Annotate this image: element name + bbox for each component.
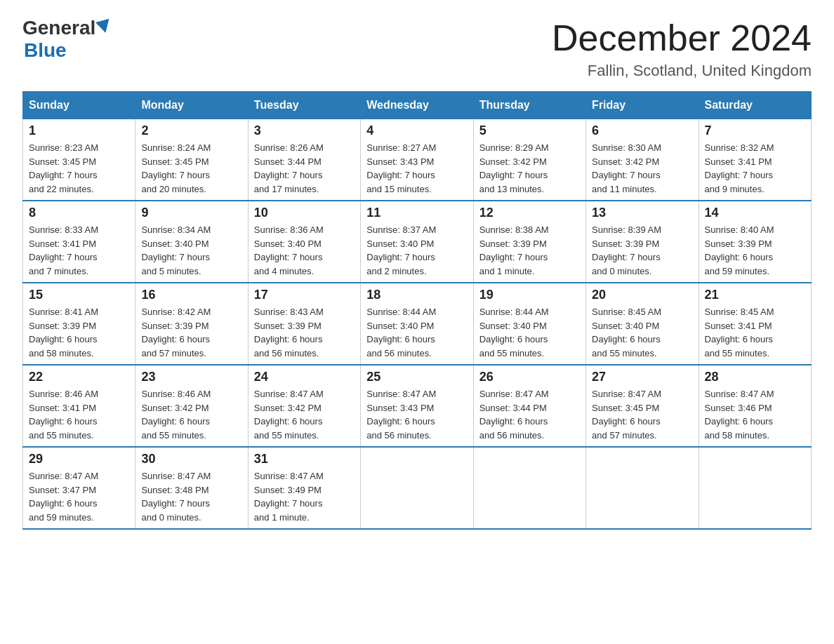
day-number: 6 [592, 123, 692, 138]
col-header-tuesday: Tuesday [248, 92, 360, 119]
col-header-friday: Friday [586, 92, 699, 119]
calendar-cell: 31Sunrise: 8:47 AMSunset: 3:49 PMDayligh… [248, 447, 360, 529]
day-info: Sunrise: 8:46 AMSunset: 3:42 PMDaylight:… [141, 387, 241, 442]
day-number: 10 [254, 206, 355, 220]
week-row-5: 29Sunrise: 8:47 AMSunset: 3:47 PMDayligh… [23, 447, 812, 529]
day-number: 30 [141, 452, 241, 467]
day-info: Sunrise: 8:47 AMSunset: 3:48 PMDaylight:… [141, 469, 241, 524]
day-number: 22 [29, 370, 129, 384]
day-info: Sunrise: 8:23 AMSunset: 3:45 PMDaylight:… [29, 141, 129, 196]
calendar-cell: 10Sunrise: 8:36 AMSunset: 3:40 PMDayligh… [248, 201, 360, 283]
logo-general-text: General [22, 17, 95, 39]
logo: General Blue [22, 17, 111, 62]
calendar-cell: 8Sunrise: 8:33 AMSunset: 3:41 PMDaylight… [23, 201, 135, 283]
day-info: Sunrise: 8:27 AMSunset: 3:43 PMDaylight:… [366, 141, 467, 196]
title-block: December 2024 Fallin, Scotland, United K… [552, 17, 812, 80]
day-info: Sunrise: 8:46 AMSunset: 3:41 PMDaylight:… [29, 387, 129, 442]
calendar-cell [699, 447, 811, 529]
day-info: Sunrise: 8:30 AMSunset: 3:42 PMDaylight:… [592, 141, 692, 196]
day-info: Sunrise: 8:29 AMSunset: 3:42 PMDaylight:… [479, 141, 580, 196]
calendar-cell: 18Sunrise: 8:44 AMSunset: 3:40 PMDayligh… [361, 283, 473, 365]
month-title: December 2024 [552, 17, 812, 59]
day-number: 15 [29, 288, 129, 302]
calendar-cell: 27Sunrise: 8:47 AMSunset: 3:45 PMDayligh… [586, 365, 699, 447]
day-info: Sunrise: 8:44 AMSunset: 3:40 PMDaylight:… [366, 305, 467, 360]
calendar-cell: 23Sunrise: 8:46 AMSunset: 3:42 PMDayligh… [135, 365, 248, 447]
calendar-cell: 7Sunrise: 8:32 AMSunset: 3:41 PMDaylight… [699, 119, 811, 201]
calendar-cell: 28Sunrise: 8:47 AMSunset: 3:46 PMDayligh… [699, 365, 811, 447]
day-number: 23 [141, 370, 241, 384]
day-info: Sunrise: 8:40 AMSunset: 3:39 PMDaylight:… [705, 223, 805, 278]
day-number: 4 [366, 123, 467, 138]
logo-blue-text: Blue [24, 39, 67, 61]
col-header-wednesday: Wednesday [361, 92, 473, 119]
day-info: Sunrise: 8:47 AMSunset: 3:49 PMDaylight:… [254, 469, 355, 524]
day-info: Sunrise: 8:33 AMSunset: 3:41 PMDaylight:… [29, 223, 129, 278]
calendar-cell: 26Sunrise: 8:47 AMSunset: 3:44 PMDayligh… [473, 365, 585, 447]
week-row-2: 8Sunrise: 8:33 AMSunset: 3:41 PMDaylight… [23, 201, 812, 283]
calendar-cell: 24Sunrise: 8:47 AMSunset: 3:42 PMDayligh… [248, 365, 360, 447]
week-row-3: 15Sunrise: 8:41 AMSunset: 3:39 PMDayligh… [23, 283, 812, 365]
day-info: Sunrise: 8:41 AMSunset: 3:39 PMDaylight:… [29, 305, 129, 360]
calendar-cell: 4Sunrise: 8:27 AMSunset: 3:43 PMDaylight… [361, 119, 473, 201]
col-header-sunday: Sunday [23, 92, 135, 119]
day-number: 1 [29, 123, 129, 138]
day-number: 3 [254, 123, 355, 138]
day-number: 24 [254, 370, 355, 384]
calendar-cell [586, 447, 699, 529]
day-number: 9 [141, 206, 241, 220]
day-number: 19 [479, 288, 580, 302]
calendar-cell: 15Sunrise: 8:41 AMSunset: 3:39 PMDayligh… [23, 283, 135, 365]
calendar-table: SundayMondayTuesdayWednesdayThursdayFrid… [22, 91, 812, 530]
day-info: Sunrise: 8:47 AMSunset: 3:46 PMDaylight:… [705, 387, 805, 442]
calendar-cell: 16Sunrise: 8:42 AMSunset: 3:39 PMDayligh… [135, 283, 248, 365]
col-header-monday: Monday [135, 92, 248, 119]
calendar-cell: 5Sunrise: 8:29 AMSunset: 3:42 PMDaylight… [473, 119, 585, 201]
calendar-cell: 19Sunrise: 8:44 AMSunset: 3:40 PMDayligh… [473, 283, 585, 365]
calendar-cell: 17Sunrise: 8:43 AMSunset: 3:39 PMDayligh… [248, 283, 360, 365]
day-number: 2 [141, 123, 241, 138]
day-info: Sunrise: 8:47 AMSunset: 3:43 PMDaylight:… [366, 387, 467, 442]
day-info: Sunrise: 8:38 AMSunset: 3:39 PMDaylight:… [479, 223, 580, 278]
day-info: Sunrise: 8:39 AMSunset: 3:39 PMDaylight:… [592, 223, 692, 278]
day-number: 8 [29, 206, 129, 220]
day-number: 21 [705, 288, 805, 302]
day-number: 29 [29, 452, 129, 467]
calendar-cell: 2Sunrise: 8:24 AMSunset: 3:45 PMDaylight… [135, 119, 248, 201]
day-info: Sunrise: 8:47 AMSunset: 3:44 PMDaylight:… [479, 387, 580, 442]
day-info: Sunrise: 8:44 AMSunset: 3:40 PMDaylight:… [479, 305, 580, 360]
day-info: Sunrise: 8:47 AMSunset: 3:42 PMDaylight:… [254, 387, 355, 442]
col-header-saturday: Saturday [699, 92, 811, 119]
day-info: Sunrise: 8:26 AMSunset: 3:44 PMDaylight:… [254, 141, 355, 196]
day-number: 25 [366, 370, 467, 384]
day-info: Sunrise: 8:47 AMSunset: 3:47 PMDaylight:… [29, 469, 129, 524]
calendar-cell: 21Sunrise: 8:45 AMSunset: 3:41 PMDayligh… [699, 283, 811, 365]
week-row-1: 1Sunrise: 8:23 AMSunset: 3:45 PMDaylight… [23, 119, 812, 201]
calendar-cell [361, 447, 473, 529]
day-number: 13 [592, 206, 692, 220]
page-header: General Blue December 2024 Fallin, Scotl… [22, 17, 812, 80]
day-number: 5 [479, 123, 580, 138]
logo-triangle-icon [95, 19, 112, 35]
col-header-thursday: Thursday [473, 92, 585, 119]
calendar-cell [473, 447, 585, 529]
day-number: 7 [705, 123, 805, 138]
week-row-4: 22Sunrise: 8:46 AMSunset: 3:41 PMDayligh… [23, 365, 812, 447]
day-info: Sunrise: 8:36 AMSunset: 3:40 PMDaylight:… [254, 223, 355, 278]
day-number: 14 [705, 206, 805, 220]
day-info: Sunrise: 8:45 AMSunset: 3:41 PMDaylight:… [705, 305, 805, 360]
day-number: 31 [254, 452, 355, 467]
day-number: 11 [366, 206, 467, 220]
day-number: 28 [705, 370, 805, 384]
calendar-cell: 6Sunrise: 8:30 AMSunset: 3:42 PMDaylight… [586, 119, 699, 201]
calendar-cell: 12Sunrise: 8:38 AMSunset: 3:39 PMDayligh… [473, 201, 585, 283]
day-info: Sunrise: 8:24 AMSunset: 3:45 PMDaylight:… [141, 141, 241, 196]
day-number: 26 [479, 370, 580, 384]
calendar-cell: 1Sunrise: 8:23 AMSunset: 3:45 PMDaylight… [23, 119, 135, 201]
calendar-cell: 30Sunrise: 8:47 AMSunset: 3:48 PMDayligh… [135, 447, 248, 529]
calendar-cell: 13Sunrise: 8:39 AMSunset: 3:39 PMDayligh… [586, 201, 699, 283]
calendar-cell: 3Sunrise: 8:26 AMSunset: 3:44 PMDaylight… [248, 119, 360, 201]
day-info: Sunrise: 8:43 AMSunset: 3:39 PMDaylight:… [254, 305, 355, 360]
day-info: Sunrise: 8:32 AMSunset: 3:41 PMDaylight:… [705, 141, 805, 196]
day-info: Sunrise: 8:37 AMSunset: 3:40 PMDaylight:… [366, 223, 467, 278]
